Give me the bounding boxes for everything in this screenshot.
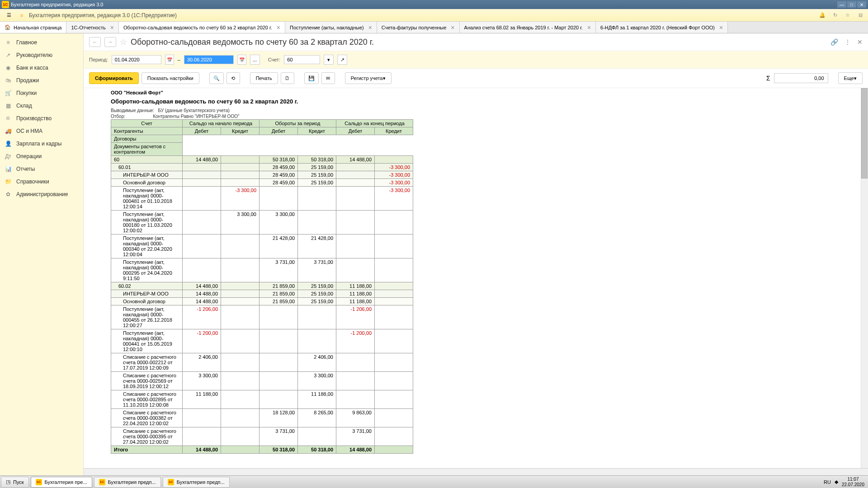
table-row[interactable]: Списание с расчетного счета 0000-000382 … [111, 409, 413, 427]
close-page-icon[interactable]: ✕ [857, 38, 863, 46]
home-icon: 🏠 [5, 24, 11, 30]
calendar-icon[interactable]: 📅 [237, 55, 246, 65]
sidebar-item[interactable]: 🛒Покупки [0, 87, 83, 99]
table-row[interactable]: Списание с расчетного счета 0000-000395 … [111, 427, 413, 446]
refresh-icon[interactable]: ⟲ [226, 72, 240, 84]
sidebar-item[interactable]: 🛍Продажи [0, 74, 83, 87]
tab-close-icon[interactable]: × [277, 24, 280, 31]
dropdown-icon[interactable]: ▾ [324, 55, 334, 65]
account-label: Счет: [268, 57, 280, 62]
tab-close-icon[interactable]: × [451, 24, 454, 31]
sidebar-item[interactable]: ▦Склад [0, 99, 83, 112]
star-icon[interactable]: ☆ [844, 11, 852, 19]
tab-close-icon[interactable]: × [719, 24, 723, 31]
taskbar-item[interactable]: 1СБухгалтерия предп... [94, 477, 161, 488]
settings-icon[interactable]: ⊟ [856, 11, 864, 19]
date-from-input[interactable]: 01.04.2020 [112, 55, 161, 64]
history-icon[interactable]: ↻ [831, 11, 839, 19]
sidebar-item[interactable]: ✿Администрирование [0, 188, 83, 201]
table-row[interactable]: Основной договор 14 488,00 21 859,00 25 … [111, 298, 413, 305]
sidebar-item[interactable]: 📊Отчеты [0, 163, 83, 175]
burger-icon[interactable]: ≡ [16, 11, 27, 20]
tab-close-icon[interactable]: × [587, 24, 591, 31]
email-icon[interactable]: ✉ [321, 72, 335, 84]
tab-item[interactable]: Счета-фактуры полученные× [377, 22, 460, 33]
table-row[interactable]: ИНТЕРЬЕР-М ООО 14 488,00 21 859,00 25 15… [111, 290, 413, 298]
table-row[interactable]: 60.02 14 488,00 21 859,00 25 159,00 11 1… [111, 282, 413, 290]
tab-close-icon[interactable]: × [110, 24, 114, 31]
more-button[interactable]: Еще ▾ [838, 72, 863, 84]
start-button[interactable]: ◳ Пуск [1, 477, 29, 488]
table-row[interactable]: 60 14 488,00 50 318,00 50 318,00 14 488,… [111, 156, 413, 164]
link-icon[interactable]: 🔗 [830, 38, 838, 46]
back-button[interactable]: ← [89, 37, 101, 47]
print-preview-icon[interactable]: 🗋 [281, 72, 294, 84]
calendar-icon[interactable]: 📅 [165, 55, 174, 65]
table-row[interactable]: Списание с расчетного счета 0000-002895 … [111, 390, 413, 409]
forward-button[interactable]: → [104, 37, 116, 47]
table-row[interactable]: Поступление (акт, накладная) 0000-000455… [111, 305, 413, 329]
sidebar-item[interactable]: ↗Руководителю [0, 49, 83, 61]
taskbar-item[interactable]: 1СБухгалтерия пре... [31, 477, 92, 488]
tabbar: 🏠 Начальная страница 1С-Отчетность× Обор… [0, 22, 868, 33]
tray-icon[interactable]: ◆ [835, 479, 838, 485]
tab-item[interactable]: 6-НДФЛ за 1 квартал 2020 г. (Невский Фор… [596, 22, 728, 33]
table-row[interactable]: Списание с расчетного счета 0000-002212 … [111, 353, 413, 372]
tab-item[interactable]: Анализ счета 68.02 за Январь 2019 г. - М… [460, 22, 596, 33]
period-choose-button[interactable]: ... [250, 55, 260, 65]
print-button[interactable]: Печать [250, 72, 278, 84]
table-row[interactable]: Поступление (акт, накладная) 0000-000180… [111, 211, 413, 235]
tab-item[interactable]: 1С-Отчетность× [66, 22, 119, 33]
sidebar-icon: ▦ [5, 102, 12, 109]
sidebar-item[interactable]: ДтОперации [0, 150, 83, 163]
account-input[interactable]: 60 [284, 55, 320, 64]
sidebar-label: ОС и НМА [16, 128, 42, 134]
open-icon[interactable]: ↗ [337, 55, 347, 65]
close-button[interactable]: ✕ [857, 1, 866, 8]
date-to-input[interactable]: 30.06.2020 [184, 55, 234, 64]
table-row[interactable]: Поступление (акт, накладная) 0000-000295… [111, 258, 413, 282]
search-icon[interactable]: 🔍 [209, 72, 224, 84]
maximize-button[interactable]: □ [847, 1, 856, 8]
minimize-button[interactable]: — [837, 1, 846, 8]
menu-icon[interactable]: ☰ [4, 11, 14, 20]
save-icon[interactable]: 💾 [304, 72, 319, 84]
row-name: ИНТЕРЬЕР-М ООО [111, 171, 183, 179]
register-button[interactable]: Регистр учета ▾ [345, 72, 392, 84]
table-row[interactable]: Поступление (акт, накладная) 0000-000481… [111, 187, 413, 211]
show-settings-button[interactable]: Показать настройки [142, 72, 199, 84]
table-row[interactable]: Поступление (акт, накладная) 0000-000340… [111, 235, 413, 258]
sidebar-item[interactable]: ⛭Производство [0, 112, 83, 125]
sidebar-icon: 🛍 [5, 77, 12, 84]
sidebar-item[interactable]: ≡Главное [0, 36, 83, 49]
table-row[interactable]: ИНТЕРЬЕР-М ООО 28 459,00 25 159,00 -3 30… [111, 171, 413, 179]
horizontal-scrollbar[interactable] [84, 468, 868, 475]
tab-item[interactable]: Поступление (акты, накладные)× [285, 22, 377, 33]
language-indicator[interactable]: RU [824, 479, 831, 485]
th-counterparty: Контрагенты [111, 127, 183, 135]
row-name: Поступление (акт, накладная) 0000-000481… [111, 187, 183, 211]
favorite-icon[interactable]: ☆ [120, 37, 127, 47]
bell-icon[interactable]: 🔔 [818, 11, 826, 19]
table-row[interactable]: Списание с расчетного счета 0000-002569 … [111, 372, 413, 390]
sidebar-item[interactable]: 📁Справочники [0, 175, 83, 188]
sidebar-icon: ◉ [5, 64, 12, 71]
tab-close-icon[interactable]: × [368, 24, 372, 31]
sidebar-label: Банк и касса [16, 65, 48, 71]
generate-button[interactable]: Сформировать [89, 72, 139, 84]
table-row[interactable]: Основной договор 28 459,00 25 159,00 -3 … [111, 179, 413, 187]
taskbar-item[interactable]: 1СБухгалтерия предп... [163, 477, 230, 488]
more-icon[interactable]: ⋮ [844, 38, 851, 46]
sidebar-item[interactable]: 🚚ОС и НМА [0, 125, 83, 137]
sidebar-icon: ⛭ [5, 115, 12, 122]
table-row[interactable]: 60.01 28 459,00 25 159,00 -3 300,00 [111, 164, 413, 171]
sidebar-item[interactable]: 👤Зарплата и кадры [0, 137, 83, 150]
tab-home[interactable]: 🏠 Начальная страница [0, 22, 66, 33]
report-area[interactable]: ООО "Невский Форт" Оборотно-сальдовая ве… [84, 88, 868, 468]
table-row[interactable]: Поступление (акт, накладная) 0000-000441… [111, 329, 413, 353]
tab-item[interactable]: Оборотно-сальдовая ведомость по счету 60… [119, 22, 285, 33]
sidebar-item[interactable]: ◉Банк и касса [0, 61, 83, 74]
clock[interactable]: 11:07 22.07.2020 [842, 477, 864, 488]
vertical-scrollbar[interactable] [861, 88, 868, 468]
period-label: Период: [89, 57, 108, 62]
